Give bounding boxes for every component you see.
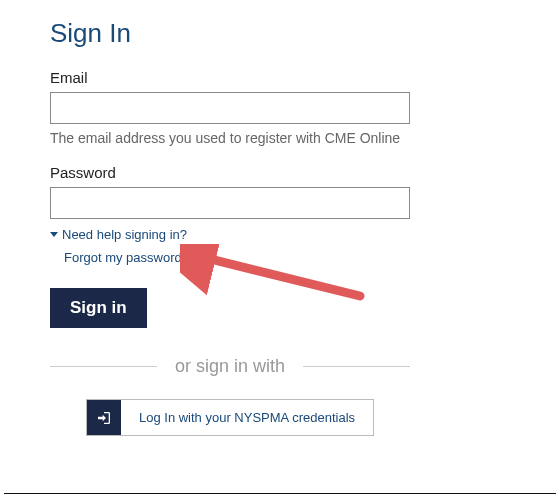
- idp-login-label: Log In with your NYSPMA credentials: [121, 400, 373, 435]
- divider-line-left: [50, 366, 157, 367]
- password-label: Password: [50, 164, 480, 181]
- divider-text: or sign in with: [157, 356, 303, 377]
- bottom-rule: [4, 493, 556, 494]
- password-field[interactable]: [50, 187, 410, 219]
- forgot-password-link[interactable]: Forgot my password: [64, 250, 182, 265]
- divider-line-right: [303, 366, 410, 367]
- caret-down-icon: [50, 232, 58, 237]
- login-idp-icon: [87, 400, 121, 435]
- signin-button[interactable]: Sign in: [50, 288, 147, 328]
- help-toggle-label: Need help signing in?: [62, 227, 187, 242]
- idp-login-button[interactable]: Log In with your NYSPMA credentials: [86, 399, 374, 436]
- email-hint: The email address you used to register w…: [50, 130, 480, 146]
- divider: or sign in with: [50, 356, 410, 377]
- email-label: Email: [50, 69, 480, 86]
- help-toggle[interactable]: Need help signing in?: [50, 227, 480, 242]
- email-field[interactable]: [50, 92, 410, 124]
- page-title: Sign In: [50, 18, 480, 49]
